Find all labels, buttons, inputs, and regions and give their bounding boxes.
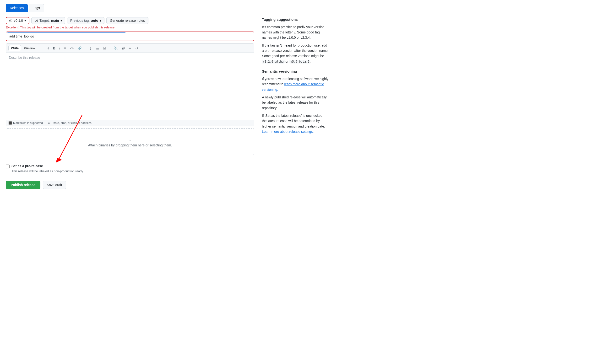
markdown-support-label: ⬛ Markdown is supported: [8, 121, 43, 125]
prerelease-description: This release will be labeled as non-prod…: [11, 169, 254, 173]
toolbar-quote-icon[interactable]: ≡: [63, 46, 67, 51]
toolbar-mention-icon[interactable]: @: [120, 46, 126, 51]
semantic-versioning-heading: Semantic versioning: [262, 69, 329, 74]
toolbar-unordered-list-icon[interactable]: ☰: [95, 46, 100, 51]
svg-marker-1: [56, 158, 62, 163]
toolbar-attach-icon[interactable]: 📎: [112, 46, 119, 51]
tag-icon: 🏷: [9, 19, 12, 23]
publish-release-button[interactable]: Publish release: [6, 181, 40, 189]
toolbar-link-icon[interactable]: 🔗: [76, 46, 83, 51]
toolbar-separator-2: [85, 46, 85, 50]
prerelease-text: Set as a pre-release: [11, 164, 43, 168]
editor-toolbar: Write Preview H B I ≡ <> 🔗 ⋮ ☰ ☑ 📎: [6, 44, 254, 53]
editor-write-tab[interactable]: Write: [8, 45, 21, 51]
generate-release-notes-button[interactable]: Generate release notes: [106, 17, 149, 24]
right-panel: Tagging suggestions It's common practice…: [262, 17, 329, 189]
branch-icon: ⎇: [34, 19, 38, 23]
target-value: main: [51, 19, 59, 23]
previous-tag-label: Previous tag:: [70, 19, 90, 23]
prerelease-section: Set as a pre-release This release will b…: [6, 160, 254, 173]
tagging-suggestions-p2: If the tag isn't meant for production us…: [262, 43, 329, 64]
previous-tag-chevron-icon: ▾: [100, 19, 101, 23]
prerelease-label[interactable]: Set as a pre-release: [6, 164, 254, 168]
tag-dropdown-icon: ▾: [24, 19, 26, 23]
target-chevron-icon: ▾: [61, 19, 62, 23]
action-buttons: Publish release Save draft: [6, 178, 254, 189]
prerelease-checkbox[interactable]: [6, 165, 9, 168]
editor-placeholder: Describe this release: [9, 56, 40, 60]
target-label: Target:: [39, 19, 50, 23]
previous-tag-dropdown-button[interactable]: Previous tag: auto ▾: [67, 17, 104, 24]
toolbar-separator-1: [43, 46, 43, 50]
release-title-input[interactable]: [7, 32, 126, 40]
toolbar-code-icon[interactable]: <>: [69, 46, 75, 51]
save-draft-button[interactable]: Save draft: [43, 181, 66, 189]
markdown-icon: ⬛: [8, 121, 12, 125]
attach-label: Attach binaries by dropping them here or…: [88, 143, 172, 147]
tagging-suggestions-heading: Tagging suggestions: [262, 17, 329, 23]
tagging-suggestions-p1: It's common practice to prefix your vers…: [262, 24, 329, 40]
toolbar-task-list-icon[interactable]: ☑: [102, 46, 107, 51]
main-layout: 🏷 v0.1.0 ▾ ⎇ Target: main ▾ Previous tag…: [6, 17, 329, 189]
controls-row: 🏷 v0.1.0 ▾ ⎇ Target: main ▾ Previous tag…: [6, 17, 254, 24]
target-dropdown-button[interactable]: ⎇ Target: main ▾: [31, 17, 65, 24]
semantic-versioning-p2: A newly published release will automatic…: [262, 95, 329, 111]
tab-releases[interactable]: Releases: [6, 4, 28, 12]
semantic-versioning-p1: If you're new to releasing software, we …: [262, 76, 329, 92]
image-icon: 🖼: [47, 121, 50, 125]
toolbar-ordered-list-icon[interactable]: ⋮: [88, 46, 94, 51]
success-message: Excellent! This tag will be created from…: [6, 26, 254, 29]
release-description-editor: Write Preview H B I ≡ <> 🔗 ⋮ ☰ ☑ 📎: [6, 43, 254, 126]
editor-footer: ⬛ Markdown is supported 🖼 Paste, drop, o…: [6, 120, 254, 126]
paste-files-label[interactable]: 🖼 Paste, drop, or click to add files: [47, 121, 92, 125]
editor-preview-tab[interactable]: Preview: [21, 45, 38, 51]
toolbar-bold-icon[interactable]: B: [52, 46, 57, 51]
tabs-row: Releases Tags: [6, 4, 329, 12]
tag-selector-button[interactable]: 🏷 v0.1.0 ▾: [6, 17, 29, 24]
tag-value: v0.1.0: [14, 19, 23, 23]
toolbar-separator-3: [110, 46, 110, 50]
attach-arrow-icon: ↓: [10, 136, 250, 142]
toolbar-reference-icon[interactable]: ↩: [127, 46, 133, 51]
tab-tags[interactable]: Tags: [29, 4, 44, 12]
attach-binaries-area[interactable]: ↓ Attach binaries by dropping them here …: [6, 128, 254, 155]
editor-body[interactable]: Describe this release: [6, 53, 254, 120]
title-input-wrapper: [6, 31, 254, 41]
toolbar-heading-icon[interactable]: H: [46, 46, 50, 51]
editor-tabs: Write Preview: [8, 45, 38, 51]
semantic-versioning-p3: If 'Set as the latest release' is unchec…: [262, 113, 329, 134]
previous-tag-value: auto: [91, 19, 98, 23]
release-settings-link[interactable]: Learn more about release settings.: [262, 130, 314, 133]
toolbar-italic-icon[interactable]: I: [58, 46, 62, 51]
left-panel: 🏷 v0.1.0 ▾ ⎇ Target: main ▾ Previous tag…: [6, 17, 254, 189]
toolbar-undo-icon[interactable]: ↺: [134, 46, 139, 51]
semantic-versioning-link[interactable]: learn more about semantic versioning.: [262, 82, 324, 91]
